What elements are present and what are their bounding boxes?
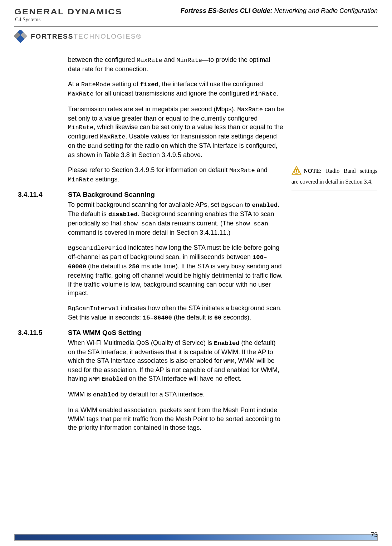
title-rest-part: Networking and Radio Configuration <box>273 7 378 14</box>
section-3-4-11-5: 3.4.11.5 STA WMM QoS Setting When Wi-Fi … <box>14 329 378 438</box>
section-heading-2: STA WMM QoS Setting <box>68 329 284 337</box>
document-title: Fortress ES-Series CLI Guide: Networking… <box>181 7 378 15</box>
c4-systems-text: C4 Systems <box>15 16 108 23</box>
title-bold-part: Fortress ES-Series CLI Guide: <box>181 7 273 14</box>
note-sidebar: NOTE: Radio Band settings are covered in… <box>291 166 377 191</box>
paragraph-10: In a WMM enabled association, packets se… <box>68 406 284 432</box>
fortress-text: FORTRESSTECHNOLOGIES® <box>31 33 142 40</box>
section-heading-1: STA Background Scanning <box>68 191 284 199</box>
section-number-2: 3.4.11.5 <box>18 329 61 438</box>
info-triangle-icon <box>291 166 302 178</box>
section-number-1: 3.4.11.4 <box>18 191 61 329</box>
paragraph-5: To permit background scanning for availa… <box>68 200 284 237</box>
footer: 73 <box>14 534 378 541</box>
fortress-bold-label: FORTRESS <box>31 33 73 40</box>
svg-rect-6 <box>296 170 297 172</box>
spacer <box>18 166 61 191</box>
fortress-diamond-icon <box>14 30 27 43</box>
paragraph-8: When Wi-Fi Multimedia QoS (Quality of Se… <box>68 338 284 384</box>
fortress-tech-label: TECHNOLOGIES <box>73 33 136 40</box>
intro-paragraphs: between the configured MaxRate and MinRa… <box>68 55 284 159</box>
note-label: NOTE: <box>304 168 322 174</box>
paragraph-6: BgScanIdlePeriod indicates how long the … <box>68 243 284 297</box>
paragraph-4: Please refer to Section 3.4.9.5 for info… <box>68 166 284 184</box>
section-3-4-11-4: 3.4.11.4 STA Background Scanning To perm… <box>14 191 378 329</box>
paragraph-3: Transmission rates are set in megabits p… <box>68 105 284 159</box>
row-p4-with-note: Please refer to Section 3.4.9.5 for info… <box>14 166 378 191</box>
fortress-logo: FORTRESSTECHNOLOGIES® <box>14 30 378 43</box>
general-dynamics-logo-text: GENERAL DYNAMICS <box>14 7 122 16</box>
svg-point-7 <box>296 169 297 170</box>
paragraph-9: WMM is enabled by default for a STA inte… <box>68 390 284 399</box>
paragraph-1: between the configured MaxRate and MinRa… <box>68 55 284 73</box>
page-number: 73 <box>371 531 378 539</box>
header: GENERAL DYNAMICS C4 Systems Fortress ES-… <box>14 7 378 26</box>
footer-gradient-bar <box>14 534 378 541</box>
paragraph-2: At a RateMode setting of fixed, the inte… <box>68 80 284 98</box>
paragraph-7: BgScanInterval indicates how often the S… <box>68 304 284 322</box>
note-box: NOTE: Radio Band settings are covered in… <box>291 166 377 190</box>
logo-left: GENERAL DYNAMICS C4 Systems <box>14 7 108 23</box>
